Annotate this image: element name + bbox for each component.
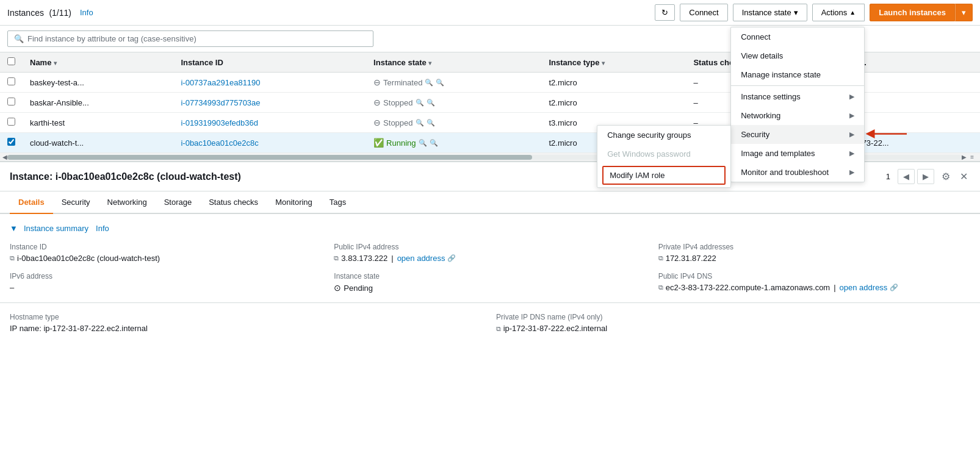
launch-instances-dropdown-button[interactable]: ▾ <box>955 4 973 21</box>
zoom-icon[interactable]: 🔍 <box>419 139 427 147</box>
field-public-dns: Public IPv4 DNS ⧉ ec2-3-83-173-222.compu… <box>658 272 970 292</box>
row-state-cell: ⊖ Stopped 🔍 🔍 <box>366 93 541 113</box>
row-checkbox[interactable] <box>7 77 15 85</box>
sort-icon-state[interactable]: ▾ <box>428 60 431 66</box>
copy-icon[interactable]: ⧉ <box>658 284 663 291</box>
menu-item-instance-settings[interactable]: Instance settings ▶ <box>731 87 864 106</box>
copy-icon[interactable]: ⧉ <box>658 254 663 262</box>
submenu-arrow-icon: ▶ <box>849 149 854 157</box>
search-input[interactable] <box>27 34 367 43</box>
row-checkbox[interactable] <box>7 138 15 146</box>
settings-icon-button[interactable]: ⚙ <box>939 168 953 185</box>
actions-menu: Connect View details Manage instance sta… <box>730 27 865 182</box>
row-id-cell: i-0bac10ea01c0e2c8c <box>173 133 366 153</box>
next-page-button[interactable]: ▶ <box>917 169 934 184</box>
tab-tags[interactable]: Tags <box>321 191 355 214</box>
row-checkbox-cell <box>0 113 23 133</box>
submenu-arrow-icon: ▶ <box>849 112 854 120</box>
tab-networking[interactable]: Networking <box>99 191 156 214</box>
scroll-thumb[interactable] <box>7 155 532 160</box>
toolbar: Instances (1/11) Info ↻ Connect Instance… <box>0 0 980 26</box>
sort-icon-name[interactable]: ▾ <box>54 60 57 66</box>
row-checkbox[interactable] <box>7 98 15 105</box>
public-dns-value: ⧉ ec2-3-83-173-222.compute-1.amazonaws.c… <box>658 283 970 292</box>
close-button[interactable]: ✕ <box>957 168 970 185</box>
row-checkbox-cell <box>0 93 23 113</box>
state-badge: ✅ Running 🔍 🔍 <box>373 138 534 148</box>
row-name-cell: karthi-test <box>23 113 173 133</box>
menu-item-manage-state[interactable]: Manage instance state <box>731 65 864 84</box>
field-private-ipv4: Private IPv4 addresses ⧉ 172.31.87.222 <box>658 243 970 263</box>
launch-instances-button[interactable]: Launch instances <box>870 4 955 21</box>
open-address2-link[interactable]: open address <box>840 283 888 292</box>
instance-id-link[interactable]: i-0bac10ea01c0e2c8c <box>181 138 258 148</box>
summary-header: ▼ Instance summary Info <box>10 224 970 233</box>
hostname-grid: Hostname type IP name: ip-172-31-87-222.… <box>10 313 970 333</box>
row-name-cell: cloud-watch-t... <box>23 133 173 153</box>
instance-state-button[interactable]: Instance state ▾ <box>733 4 807 21</box>
menu-item-connect[interactable]: Connect <box>731 27 864 46</box>
field-private-ip-dns: Private IP DNS name (IPv4 only) ⧉ ip-172… <box>496 313 970 333</box>
hostname-section: Hostname type IP name: ip-172-31-87-222.… <box>0 303 980 343</box>
tab-status-checks[interactable]: Status checks <box>200 191 267 214</box>
tab-details[interactable]: Details <box>10 191 53 214</box>
zoom-icon2[interactable]: 🔍 <box>436 79 444 87</box>
select-all-header[interactable] <box>0 52 23 73</box>
instance-id-link[interactable]: i-07734993d775703ae <box>181 98 260 107</box>
row-id-cell: i-019319903efedb36d <box>173 113 366 133</box>
row-checkbox[interactable] <box>7 118 15 126</box>
page-title: Instances (1/11) <box>7 7 71 18</box>
field-instance-id: Instance ID ⧉ i-0bac10ea01c0e2c8c (cloud… <box>10 243 322 263</box>
instance-id-link[interactable]: i-019319903efedb36d <box>181 118 258 127</box>
scroll-left-icon[interactable]: ◀ <box>2 154 7 160</box>
external-link-icon: 🔗 <box>447 254 456 262</box>
tab-security[interactable]: Security <box>53 191 99 214</box>
field-instance-state: Instance state ⊙ Pending <box>334 272 646 293</box>
menu-item-image-templates[interactable]: Image and templates ▶ <box>731 144 864 163</box>
zoom-icon[interactable]: 🔍 <box>416 119 424 127</box>
detail-panel: Instance: i-0bac10ea01c0e2c8c (cloud-wat… <box>0 162 980 450</box>
chevron-down-icon: ▾ <box>794 8 798 17</box>
row-type-cell: t2.micro <box>541 73 686 93</box>
row-name-cell: baskey-test-a... <box>23 73 173 93</box>
summary-col-1: Instance ID ⧉ i-0bac10ea01c0e2c8c (cloud… <box>10 243 322 293</box>
submenu-item-modify-iam[interactable]: Modify IAM role <box>602 166 726 185</box>
summary-info-link[interactable]: Info <box>96 224 109 233</box>
zoom-icon2[interactable]: 🔍 <box>430 139 438 147</box>
row-state-cell: ⊖ Terminated 🔍 🔍 <box>366 73 541 93</box>
prev-page-button[interactable]: ◀ <box>898 169 915 184</box>
collapse-icon[interactable]: ▼ <box>10 224 18 233</box>
zoom-icon[interactable]: 🔍 <box>416 99 424 107</box>
row-state-cell: ⊖ Stopped 🔍 🔍 <box>366 113 541 133</box>
row-checkbox-cell <box>0 73 23 93</box>
menu-item-monitor[interactable]: Monitor and troubleshoot ▶ <box>731 163 864 182</box>
submenu-item-change-sg[interactable]: Change security groups <box>597 126 730 145</box>
summary-grid: Instance ID ⧉ i-0bac10ea01c0e2c8c (cloud… <box>10 243 970 293</box>
sort-icon-type[interactable]: ▾ <box>602 60 605 66</box>
zoom-icon2[interactable]: 🔍 <box>427 119 435 127</box>
scroll-right-icon[interactable]: ▶ <box>962 154 967 160</box>
tab-storage[interactable]: Storage <box>156 191 201 214</box>
open-address-link[interactable]: open address <box>397 254 445 263</box>
stopped-icon: ⊖ <box>373 118 381 127</box>
menu-item-view-details[interactable]: View details <box>731 46 864 65</box>
menu-item-networking[interactable]: Networking ▶ <box>731 106 864 125</box>
refresh-button[interactable]: ↻ <box>655 4 675 21</box>
copy-icon[interactable]: ⧉ <box>334 254 339 262</box>
resize-handle[interactable]: ≡ <box>967 154 978 160</box>
instance-id-link[interactable]: i-00737aa291ea81190 <box>181 78 260 87</box>
info-link[interactable]: Info <box>80 8 93 17</box>
close-icon: ✕ <box>960 171 968 182</box>
chevron-up-icon: ▲ <box>849 9 856 16</box>
zoom-icon2[interactable]: 🔍 <box>427 99 435 107</box>
connect-button[interactable]: Connect <box>680 4 727 21</box>
menu-item-security[interactable]: Security ▶ Change security groups Get Wi… <box>731 125 864 144</box>
copy-icon[interactable]: ⧉ <box>10 254 15 262</box>
actions-button[interactable]: Actions ▲ <box>812 4 865 21</box>
row-checkbox-cell <box>0 133 23 153</box>
copy-icon[interactable]: ⧉ <box>496 325 501 332</box>
select-all-checkbox[interactable] <box>7 57 15 65</box>
zoom-icon[interactable]: 🔍 <box>425 79 433 87</box>
pagination: 1 ◀ ▶ <box>881 168 934 185</box>
tab-monitoring[interactable]: Monitoring <box>267 191 321 214</box>
